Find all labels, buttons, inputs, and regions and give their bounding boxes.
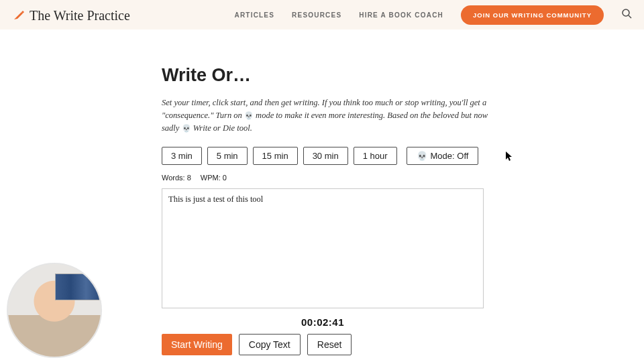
preset-15min-button[interactable]: 15 min <box>253 147 298 165</box>
preset-3min-button[interactable]: 3 min <box>162 147 202 165</box>
skull-icon: 💀 <box>182 124 191 132</box>
svg-line-1 <box>629 15 631 18</box>
skull-icon: 💀 <box>417 151 427 161</box>
brand-logo[interactable]: The Write Practice <box>12 7 130 23</box>
mode-label: Mode: Off <box>431 151 469 161</box>
desc-part-c: Write or Die tool. <box>191 123 252 133</box>
site-header: The Write Practice ARTICLES RESOURCES HI… <box>0 0 644 29</box>
reset-button[interactable]: Reset <box>307 334 352 355</box>
main-nav: ARTICLES RESOURCES HIRE A BOOK COACH JOI… <box>235 0 604 29</box>
brand-name: The Write Practice <box>30 8 130 23</box>
nav-resources[interactable]: RESOURCES <box>292 11 341 19</box>
main-content: Write Or… Set your timer, click start, a… <box>162 29 489 355</box>
preset-30min-button[interactable]: 30 min <box>303 147 348 165</box>
start-writing-button[interactable]: Start Writing <box>162 334 232 355</box>
action-buttons: Start Writing Copy Text Reset <box>162 334 489 355</box>
search-icon[interactable] <box>621 8 632 19</box>
page-description: Set your timer, click start, and then ge… <box>162 97 489 135</box>
stats-row: Words: 8 WPM: 0 <box>162 174 489 182</box>
svg-point-0 <box>623 9 629 16</box>
skull-mode-toggle[interactable]: 💀 Mode: Off <box>407 147 479 165</box>
wpm: WPM: 0 <box>201 174 227 182</box>
preset-5min-button[interactable]: 5 min <box>207 147 248 165</box>
word-count: Words: 8 <box>162 174 191 182</box>
timer-presets: 3 min 5 min 15 min 30 min 1 hour 💀 Mode:… <box>162 147 489 165</box>
page-title: Write Or… <box>162 65 489 86</box>
timer-display: 00:02:41 <box>162 316 484 328</box>
skull-icon: 💀 <box>244 111 254 119</box>
nav-articles[interactable]: ARTICLES <box>235 11 275 19</box>
pencil-icon <box>12 8 25 21</box>
preset-1hour-button[interactable]: 1 hour <box>354 147 397 165</box>
presenter-webcam <box>7 263 102 358</box>
nav-hire-coach[interactable]: HIRE A BOOK COACH <box>359 11 443 19</box>
copy-text-button[interactable]: Copy Text <box>239 334 301 355</box>
mouse-cursor-icon <box>506 152 514 162</box>
nav-join-cta[interactable]: JOIN OUR WRITING COMMUNITY <box>461 5 604 25</box>
writing-textarea[interactable] <box>162 188 484 308</box>
